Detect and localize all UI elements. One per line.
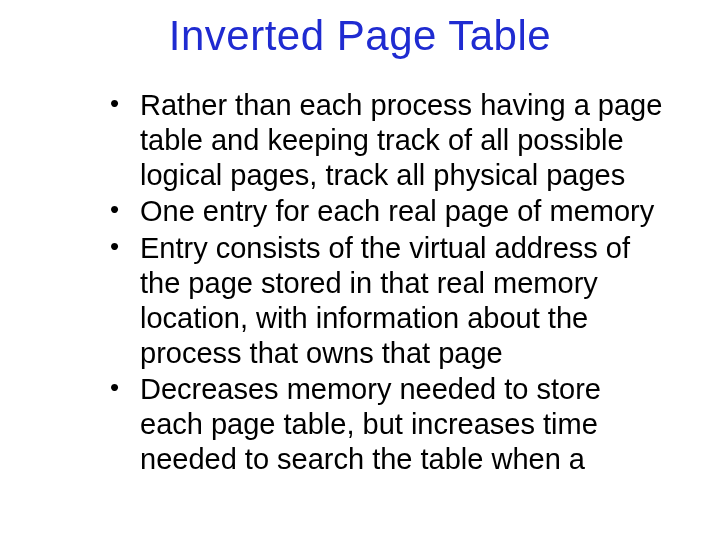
slide-title: Inverted Page Table xyxy=(50,12,670,60)
list-item: Decreases memory needed to store each pa… xyxy=(110,372,670,476)
slide-body: Rather than each process having a page t… xyxy=(50,88,670,477)
slide: Inverted Page Table Rather than each pro… xyxy=(0,0,720,540)
list-item: Entry consists of the virtual address of… xyxy=(110,231,670,370)
bullet-list: Rather than each process having a page t… xyxy=(110,88,670,477)
list-item: One entry for each real page of memory xyxy=(110,194,670,229)
list-item: Rather than each process having a page t… xyxy=(110,88,670,192)
